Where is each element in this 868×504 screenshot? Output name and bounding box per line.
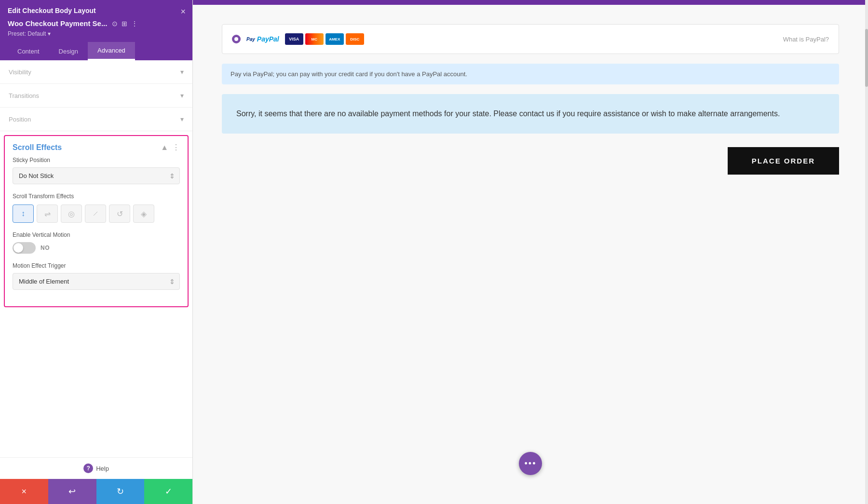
motion-effect-trigger-label: Motion Effect Trigger [13,262,180,269]
scroll-transform-label: Scroll Transform Effects [13,193,180,200]
place-order-button[interactable]: PLACE ORDER [728,147,839,175]
transform-skew-btn[interactable]: ⟋ [85,204,106,223]
vertical-motion-icon: ↕ [21,209,25,218]
help-icon: ? [83,463,93,473]
scroll-effects-title: Scroll Effects [13,143,62,152]
paypal-pp-label: Pay [246,37,255,42]
transform-blur-btn[interactable]: ◎ [61,204,82,223]
skew-effect-icon: ⟋ [92,209,99,218]
floating-action-button[interactable]: ••• [519,452,542,475]
what-is-paypal[interactable]: What is PayPal? [783,36,829,43]
toggle-state-label: NO [41,245,50,251]
checkout-area: Pay PayPal VISA MC AMEX DISC What is Pay… [193,5,868,194]
top-bar [193,0,868,5]
tabs-row: Content Design Advanced [8,42,185,60]
transform-scale-btn[interactable]: ◈ [133,204,154,223]
paypal-info-box: Pay via PayPal; you can pay with your cr… [222,64,839,84]
action-bar: × ↩ ↻ ✓ [0,479,192,504]
paypal-section: Pay PayPal VISA MC AMEX DISC What is Pay… [222,24,839,54]
scroll-effects-section: Scroll Effects ▲ ⋮ Sticky Position Do No… [4,135,189,307]
sticky-position-select[interactable]: Do Not Stick Top of Page Bottom of Page [13,167,180,184]
floating-dots-icon: ••• [525,459,537,469]
sticky-position-wrapper: Do Not Stick Top of Page Bottom of Page … [13,167,180,184]
scroll-effects-content: Sticky Position Do Not Stick Top of Page… [5,157,188,306]
enable-vertical-motion-label: Enable Vertical Motion [13,232,180,238]
transform-rotate-btn[interactable]: ↺ [109,204,130,223]
scroll-effects-header: Scroll Effects ▲ ⋮ [5,136,188,157]
scroll-effects-collapse-icon[interactable]: ▲ [161,143,168,152]
layout-icon[interactable]: ⊞ [122,20,127,27]
help-label: Help [96,465,109,472]
transitions-label: Transitions [9,92,39,99]
toggle-row: NO [13,242,180,254]
motion-effect-trigger-select[interactable]: Middle of Element Top of Element Bottom … [13,273,180,290]
scroll-effects-more-icon[interactable]: ⋮ [172,143,180,152]
section-position[interactable]: Position ▾ [0,108,192,131]
paypal-info-text: Pay via PayPal; you can pay with your cr… [231,70,467,78]
visa-icon: VISA [285,33,303,45]
bottom-bar: ? Help × ↩ ↻ ✓ [0,457,192,504]
panel-header: Edit Checkout Body Layout × Woo Checkout… [0,0,192,60]
horizontal-motion-icon: ⇌ [44,209,51,218]
visibility-label: Visibility [9,68,31,76]
visibility-chevron: ▾ [180,68,184,76]
help-row[interactable]: ? Help [0,457,192,479]
cancel-button[interactable]: × [0,479,48,504]
tab-content[interactable]: Content [8,42,49,60]
blur-effect-icon: ◎ [68,209,75,218]
paypal-radio[interactable] [232,35,241,43]
section-transitions[interactable]: Transitions ▾ [0,84,192,108]
card-icons: VISA MC AMEX DISC [285,33,364,45]
transform-icons-row: ↕ ⇌ ◎ ⟋ ↺ ◈ [13,204,180,223]
preset-row[interactable]: Preset: Default ▾ [8,30,185,37]
scroll-effects-icons: ▲ ⋮ [161,143,180,152]
widget-name: Woo Checkout Payment Se... [8,19,107,27]
scale-effect-icon: ◈ [141,209,147,218]
scrollbar-track[interactable] [865,0,868,504]
focus-icon[interactable]: ⊙ [112,20,118,27]
error-message: Sorry, it seems that there are no availa… [236,109,780,118]
paypal-logo: Pay PayPal [246,35,279,43]
undo-button[interactable]: ↩ [48,479,96,504]
more-icon[interactable]: ⋮ [131,20,138,27]
transform-horizontal-btn[interactable]: ⇌ [37,204,58,223]
toggle-knob [14,243,23,253]
transform-vertical-btn[interactable]: ↕ [13,204,34,223]
panel-body: Visibility ▾ Transitions ▾ Position ▾ Sc… [0,60,192,504]
paypal-label: PayPal [257,35,279,43]
motion-effect-trigger-wrapper: Middle of Element Top of Element Bottom … [13,273,180,290]
rotate-effect-icon: ↺ [117,209,123,218]
position-chevron: ▾ [180,115,184,123]
save-button[interactable]: ✓ [144,479,192,504]
preset-chevron: ▾ [48,30,51,37]
sticky-position-label: Sticky Position [13,157,180,163]
tab-advanced[interactable]: Advanced [88,42,135,60]
scrollbar-thumb[interactable] [865,29,868,87]
left-panel: Edit Checkout Body Layout × Woo Checkout… [0,0,193,504]
close-button[interactable]: × [180,7,186,17]
paypal-left: Pay PayPal VISA MC AMEX DISC [232,33,364,45]
tab-design[interactable]: Design [49,42,88,60]
right-content: Pay PayPal VISA MC AMEX DISC What is Pay… [193,0,868,504]
section-visibility[interactable]: Visibility ▾ [0,60,192,84]
mastercard-icon: MC [305,33,324,45]
enable-vertical-toggle[interactable] [13,242,36,254]
transitions-chevron: ▾ [180,92,184,99]
widget-icons: ⊙ ⊞ ⋮ [112,20,138,27]
redo-button[interactable]: ↻ [96,479,145,504]
position-label: Position [9,116,31,123]
amex-icon: AMEX [326,33,344,45]
error-box: Sorry, it seems that there are no availa… [222,94,839,134]
preset-label: Preset: Default [8,30,46,37]
discover-icon: DISC [346,33,364,45]
panel-title: Edit Checkout Body Layout [8,7,96,14]
